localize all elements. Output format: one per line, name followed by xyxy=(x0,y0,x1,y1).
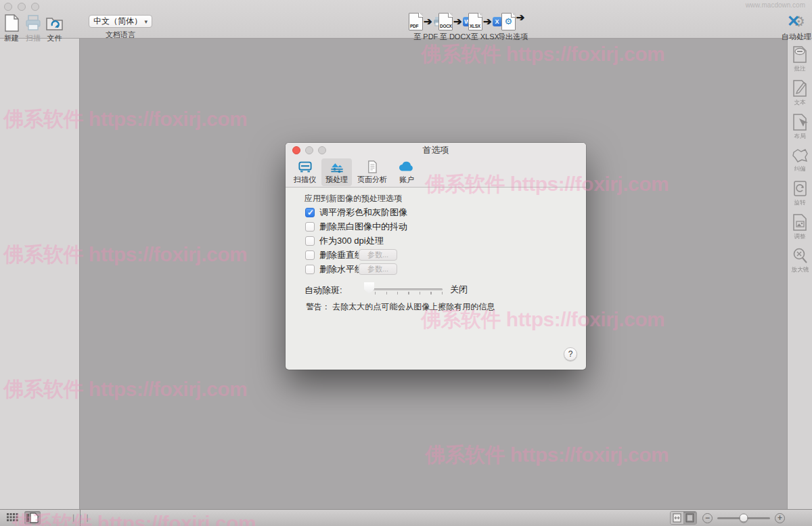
rotate-icon xyxy=(792,179,808,198)
preferences-dialog: 首选项 扫描仪 预处理 页面分析 账户 应用到新图像的预处理选项 xyxy=(286,143,586,370)
warning-text: 警告： 去除太大的点可能会从图像上擦除有用的信息 xyxy=(306,301,495,313)
fit-page-button[interactable] xyxy=(683,512,696,524)
sidebar-item-adjust[interactable]: 调整 xyxy=(788,213,812,241)
export-docx-button[interactable]: DOCX ➔ W 至 DOCX xyxy=(438,12,472,42)
dialog-body: 应用到新图像的预处理选项 调平滑彩色和灰阶图像 删除黑白图像中的抖动 作为300… xyxy=(286,188,586,370)
checkbox-unchecked[interactable] xyxy=(305,265,315,274)
export-docx-label: 至 DOCX xyxy=(440,32,471,42)
export-pdf-label: 至 PDF xyxy=(413,32,438,42)
fit-mode-segment xyxy=(670,511,697,525)
sidebar-item-deskew[interactable]: 纠偏 xyxy=(788,147,812,173)
dialog-title: 首选项 xyxy=(286,143,586,158)
auto-process-label: 自动处理 xyxy=(782,32,811,42)
help-button[interactable]: ? xyxy=(564,347,577,361)
tools-sidebar: 批注 文本 布局 纠偏 旋转 调整 放大镜 xyxy=(787,39,812,509)
sidebar-item-label: 文本 xyxy=(794,98,805,106)
checkbox-unchecked[interactable] xyxy=(305,236,315,246)
divider xyxy=(80,510,81,526)
checkbox-checked[interactable] xyxy=(305,208,315,217)
tab-preprocessing[interactable]: 预处理 xyxy=(321,158,352,186)
app-window: 新建 扫描 文件 中文（简体） ▾ 文档语言 PDF ➔ xyxy=(0,0,812,526)
status-bar: ❘❘❘ − + xyxy=(0,509,812,526)
auto-process-button[interactable]: ⚙✕ 自动处理 xyxy=(782,12,811,42)
checkbox-row-even-smooth: 调平滑彩色和灰阶图像 xyxy=(305,207,407,218)
fit-page-icon xyxy=(685,513,694,523)
scan-label: 扫描 xyxy=(26,33,41,43)
dialog-zoom-button xyxy=(318,146,326,154)
window-controls xyxy=(4,3,39,11)
sidebar-item-label: 放大镜 xyxy=(791,265,809,273)
dialog-tabbar: 扫描仪 预处理 页面分析 账户 xyxy=(286,158,586,188)
zoom-out-button[interactable]: − xyxy=(702,513,713,523)
open-file-button[interactable]: 文件 xyxy=(45,14,64,43)
minimize-button[interactable] xyxy=(18,3,26,11)
checkbox-label: 删除水平线 xyxy=(319,263,363,276)
tab-scanner[interactable]: 扫描仪 xyxy=(290,158,320,186)
zoom-in-button[interactable]: + xyxy=(775,513,785,523)
checkbox-row-remove-dither: 删除黑白图像中的抖动 xyxy=(305,221,407,232)
sidebar-item-label: 调整 xyxy=(794,232,805,240)
checkbox-label: 删除黑白图像中的抖动 xyxy=(319,221,407,233)
preprocessing-tab-icon xyxy=(328,160,346,173)
grid-icon xyxy=(7,513,18,523)
zoom-slider-thumb[interactable] xyxy=(740,514,748,523)
scanner-icon xyxy=(25,14,41,32)
deskew-icon xyxy=(792,147,809,164)
sidebar-item-layout[interactable]: 布局 xyxy=(788,113,812,141)
fit-width-button[interactable] xyxy=(671,512,683,524)
export-xlsx-button[interactable]: XLSX ➔ X 至 XLSX xyxy=(468,12,502,42)
thumbnails-view-button[interactable] xyxy=(4,511,20,525)
thumbnail-panel[interactable] xyxy=(0,39,80,509)
despeckle-slider[interactable] xyxy=(367,288,443,290)
scan-button[interactable]: 扫描 xyxy=(25,14,41,43)
new-document-button[interactable]: 新建 xyxy=(4,14,19,43)
checkbox-unchecked[interactable] xyxy=(305,222,315,232)
export-pdf-button[interactable]: PDF ➔ 至 PDF xyxy=(409,12,443,42)
document-language-label: 文档语言 xyxy=(89,30,152,40)
dialog-close-button[interactable] xyxy=(292,146,300,154)
document-language-value: 中文（简体） xyxy=(93,16,144,27)
sidebar-item-label: 纠偏 xyxy=(794,165,805,173)
tab-account[interactable]: 账户 xyxy=(392,158,421,186)
checkbox-row-remove-vertical-lines: 删除垂直线 xyxy=(305,250,363,261)
xlsx-document-icon: XLSX xyxy=(468,13,482,30)
pdf-document-icon: PDF xyxy=(409,13,423,30)
image-adjust-icon xyxy=(792,213,808,232)
cloud-icon xyxy=(397,160,417,173)
sidebar-item-annotate[interactable]: 批注 xyxy=(788,45,812,73)
page-view-button[interactable] xyxy=(24,511,41,525)
sidebar-item-rotate[interactable]: 旋转 xyxy=(788,179,812,207)
vertical-params-button[interactable]: 参数... xyxy=(359,249,397,261)
tab-label: 账户 xyxy=(399,175,414,185)
horizontal-params-button[interactable]: 参数... xyxy=(359,263,397,275)
sidebar-item-label: 布局 xyxy=(794,132,805,140)
page-analysis-tab-icon xyxy=(363,160,381,173)
export-options-button[interactable]: ⚙ ➔ 导出选项 xyxy=(498,12,528,42)
checkbox-unchecked[interactable] xyxy=(305,250,315,260)
zoom-slider[interactable] xyxy=(717,517,770,519)
export-options-document-icon: ⚙ xyxy=(501,13,516,30)
gear-icon: ⚙ xyxy=(504,17,512,26)
main-toolbar: 新建 扫描 文件 中文（简体） ▾ 文档语言 PDF ➔ xyxy=(0,0,812,39)
arrow-right-icon: ➔ xyxy=(483,16,492,26)
dialog-minimize-button xyxy=(305,146,313,154)
arrow-right-icon: ➔ xyxy=(453,16,462,26)
panel-resize-handle[interactable]: ❘❘❘ xyxy=(70,513,91,522)
checkbox-label: 删除垂直线 xyxy=(319,249,363,261)
sidebar-item-magnifier[interactable]: 放大镜 xyxy=(788,247,812,274)
new-document-icon xyxy=(5,14,19,32)
layout-cursor-icon xyxy=(792,113,808,131)
sidebar-item-text[interactable]: 文本 xyxy=(788,79,812,107)
new-document-label: 新建 xyxy=(4,33,19,43)
dialog-titlebar[interactable]: 首选项 xyxy=(286,143,586,158)
close-button[interactable] xyxy=(4,3,12,11)
despeckle-slider-thumb[interactable] xyxy=(364,282,374,294)
section-header: 应用到新图像的预处理选项 xyxy=(304,193,402,204)
folder-icon xyxy=(45,14,64,32)
tab-label: 预处理 xyxy=(325,175,348,185)
zoom-button[interactable] xyxy=(31,3,39,11)
tab-label: 页面分析 xyxy=(357,175,387,185)
tab-page-analysis[interactable]: 页面分析 xyxy=(353,158,391,186)
document-language-select[interactable]: 中文（简体） ▾ xyxy=(89,15,152,28)
export-xlsx-label: 至 XLSX xyxy=(471,32,499,42)
